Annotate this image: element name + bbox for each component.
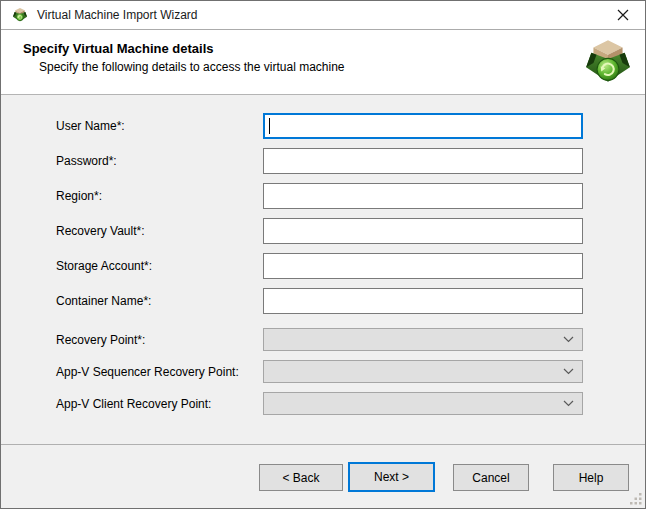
appv-sequencer-recovery-point-label: App-V Sequencer Recovery Point: (56, 365, 263, 379)
form-row: App-V Client Recovery Point: (1, 392, 645, 415)
form-row: Region*: (1, 183, 645, 209)
region-label: Region*: (56, 189, 263, 203)
chevron-down-icon (563, 368, 574, 375)
chevron-down-icon (563, 336, 574, 343)
username-input[interactable] (263, 113, 583, 139)
recovery-point-label: Recovery Point*: (56, 333, 263, 347)
page-title: Specify Virtual Machine details (1, 30, 645, 56)
wizard-header: Specify Virtual Machine details Specify … (1, 30, 645, 95)
appv-client-recovery-point-dropdown[interactable] (263, 392, 583, 415)
chevron-down-icon (563, 400, 574, 407)
username-field-wrap (263, 113, 583, 139)
text-caret (269, 118, 270, 134)
recovery-point-dropdown[interactable] (263, 328, 583, 351)
back-button[interactable]: < Back (259, 464, 343, 491)
recovery-vault-label: Recovery Vault*: (56, 224, 263, 238)
form-row: Recovery Vault*: (1, 218, 645, 244)
vm-import-box-icon (583, 37, 633, 87)
container-name-input[interactable] (263, 288, 583, 314)
form-row: Password*: (1, 148, 645, 174)
recovery-vault-input[interactable] (263, 218, 583, 244)
appv-sequencer-recovery-point-dropdown[interactable] (263, 360, 583, 383)
form-row: Storage Account*: (1, 253, 645, 279)
vm-import-box-icon (12, 7, 28, 23)
appv-client-recovery-point-label: App-V Client Recovery Point: (56, 397, 263, 411)
resize-grip-icon[interactable] (630, 493, 642, 505)
storage-account-label: Storage Account*: (56, 259, 263, 273)
help-button[interactable]: Help (553, 464, 629, 491)
container-name-label: Container Name*: (56, 294, 263, 308)
form-row: Recovery Point*: (1, 328, 645, 351)
form-row: User Name*: (1, 113, 645, 139)
close-button[interactable] (600, 1, 645, 29)
form-row: App-V Sequencer Recovery Point: (1, 360, 645, 383)
page-subtitle: Specify the following details to access … (1, 56, 645, 74)
cancel-button[interactable]: Cancel (453, 464, 529, 491)
vm-details-form: User Name*: Password*: Region*: Recovery… (1, 95, 645, 415)
next-button[interactable]: Next > (348, 462, 435, 492)
button-bar: < Back Next > Cancel Help (1, 444, 645, 508)
close-icon (617, 9, 629, 21)
password-input[interactable] (263, 148, 583, 174)
title-bar: Virtual Machine Import Wizard (1, 1, 645, 30)
form-row: Container Name*: (1, 288, 645, 314)
window-title: Virtual Machine Import Wizard (37, 8, 198, 22)
storage-account-input[interactable] (263, 253, 583, 279)
region-input[interactable] (263, 183, 583, 209)
vm-import-wizard-dialog: Virtual Machine Import Wizard Specify Vi… (0, 0, 646, 509)
password-label: Password*: (56, 154, 263, 168)
username-label: User Name*: (56, 119, 263, 133)
